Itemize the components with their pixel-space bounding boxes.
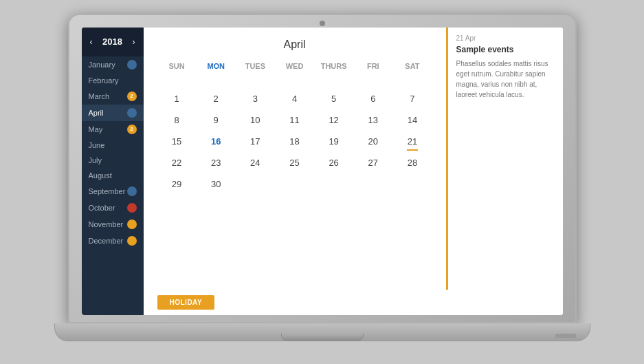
- event-panel: 21 Apr Sample events Phasellus sodales m…: [446, 28, 563, 290]
- day-headers: SUNMONTUESWEDTHURSFRISAT: [157, 59, 432, 73]
- day-cell-13[interactable]: 13: [353, 109, 392, 131]
- sidebar-month-march[interactable]: March2: [82, 88, 144, 105]
- day-cell-18[interactable]: 18: [275, 131, 314, 152]
- sidebar-month-november[interactable]: November: [82, 216, 144, 233]
- day-cell-23[interactable]: 23: [197, 152, 236, 173]
- day-cell-empty: [157, 77, 197, 88]
- day-cell-26[interactable]: 26: [314, 152, 353, 173]
- event-title: Sample events: [456, 45, 555, 54]
- laptop-hinge: [281, 334, 364, 341]
- day-cell-30[interactable]: 30: [197, 173, 236, 195]
- day-header-fri: FRI: [353, 59, 392, 73]
- day-cell-22[interactable]: 22: [157, 152, 197, 173]
- calendar-container: April SUNMONTUESWEDTHURSFRISAT 123456789…: [144, 28, 563, 290]
- month-name-label: October: [89, 204, 115, 212]
- sidebar-month-july[interactable]: July: [82, 153, 144, 168]
- day-cell-empty: [236, 77, 275, 88]
- day-cell-7[interactable]: 7: [392, 88, 432, 109]
- day-cell-empty: [353, 77, 392, 88]
- laptop-base: [54, 323, 590, 341]
- day-cell-6[interactable]: 6: [353, 88, 392, 109]
- day-cell-24[interactable]: 24: [236, 152, 275, 173]
- day-cell-12[interactable]: 12: [314, 109, 353, 131]
- month-name-label: September: [89, 187, 126, 195]
- month-name-label: July: [89, 156, 102, 164]
- month-name-label: June: [89, 141, 105, 149]
- month-name-label: November: [89, 220, 124, 228]
- day-header-thurs: THURS: [314, 59, 353, 73]
- day-cell-11[interactable]: 11: [275, 109, 314, 131]
- day-header-sat: SAT: [392, 59, 432, 73]
- month-name-label: March: [89, 92, 110, 100]
- day-cell-10[interactable]: 10: [236, 109, 275, 131]
- sidebar-month-october[interactable]: October: [82, 200, 144, 216]
- year-nav: ‹ 2018 ›: [82, 28, 144, 56]
- year-label: 2018: [102, 36, 122, 47]
- day-header-sun: SUN: [157, 59, 197, 73]
- holiday-button[interactable]: HOLIDAY: [157, 295, 215, 310]
- laptop-notch: [555, 334, 576, 338]
- sidebar-month-september[interactable]: September: [82, 183, 144, 200]
- sidebar-month-may[interactable]: May2: [82, 121, 144, 138]
- day-cell-20[interactable]: 20: [353, 131, 392, 152]
- month-name-label: May: [89, 125, 103, 133]
- day-cell-5[interactable]: 5: [314, 88, 353, 109]
- day-cell-1[interactable]: 1: [157, 88, 197, 109]
- next-year-button[interactable]: ›: [129, 36, 137, 48]
- screen-bezel: ‹ 2018 › JanuaryFebruaryMarch2AprilMay2J…: [68, 14, 577, 323]
- month-name-label: April: [89, 109, 104, 117]
- day-cell-28[interactable]: 28: [392, 152, 432, 173]
- month-dot-indicator: 2: [127, 125, 137, 134]
- month-name-label: December: [89, 237, 124, 245]
- day-cell-empty: [392, 77, 432, 88]
- day-cell-17[interactable]: 17: [236, 131, 275, 152]
- event-date: 21 Apr: [456, 34, 555, 42]
- day-cell-empty: [275, 77, 314, 88]
- day-cell-4[interactable]: 4: [275, 88, 314, 109]
- sidebar-month-january[interactable]: January: [82, 56, 144, 73]
- sidebar-month-december[interactable]: December: [82, 233, 144, 249]
- sidebar-month-april[interactable]: April: [82, 105, 144, 121]
- month-dot-indicator: 2: [127, 92, 137, 101]
- month-dot-indicator: [127, 60, 137, 69]
- camera-dot: [320, 21, 325, 26]
- day-header-tues: TUES: [236, 59, 275, 73]
- event-description: Phasellus sodales mattis risus eget rutr…: [456, 58, 555, 100]
- sidebar-month-february[interactable]: February: [82, 73, 144, 88]
- month-dot-indicator: [127, 220, 137, 229]
- day-cell-3[interactable]: 3: [236, 88, 275, 109]
- day-cell-14[interactable]: 14: [392, 109, 432, 131]
- month-name-label: February: [89, 76, 119, 85]
- laptop-shell: ‹ 2018 › JanuaryFebruaryMarch2AprilMay2J…: [54, 14, 590, 351]
- sidebar-month-june[interactable]: June: [82, 138, 144, 153]
- day-cell-21[interactable]: 21: [392, 131, 432, 152]
- day-cell-empty: [197, 77, 236, 88]
- sidebar: ‹ 2018 › JanuaryFebruaryMarch2AprilMay2J…: [82, 28, 144, 315]
- day-cell-29[interactable]: 29: [157, 173, 197, 195]
- day-cell-2[interactable]: 2: [197, 88, 236, 109]
- calendar-footer: HOLIDAY: [144, 290, 563, 315]
- main-content: April SUNMONTUESWEDTHURSFRISAT 123456789…: [144, 28, 563, 315]
- month-dot-indicator: [127, 108, 137, 118]
- sidebar-month-august[interactable]: August: [82, 168, 144, 183]
- calendar-grid-area: April SUNMONTUESWEDTHURSFRISAT 123456789…: [144, 28, 446, 290]
- day-cell-27[interactable]: 27: [353, 152, 392, 173]
- prev-year-button[interactable]: ‹: [87, 36, 96, 48]
- day-cell-25[interactable]: 25: [275, 152, 314, 173]
- day-cell-16[interactable]: 16: [197, 131, 236, 152]
- day-cell-19[interactable]: 19: [314, 131, 353, 152]
- calendar-days: 1234567891011121314151617181920212223242…: [157, 77, 432, 195]
- day-header-wed: WED: [275, 59, 314, 73]
- month-name-label: January: [89, 61, 115, 69]
- month-list: JanuaryFebruaryMarch2AprilMay2JuneJulyAu…: [82, 56, 144, 315]
- laptop-screen: ‹ 2018 › JanuaryFebruaryMarch2AprilMay2J…: [82, 28, 563, 315]
- day-cell-15[interactable]: 15: [157, 131, 197, 152]
- calendar-app: ‹ 2018 › JanuaryFebruaryMarch2AprilMay2J…: [82, 28, 563, 315]
- month-name-label: August: [89, 171, 112, 180]
- day-cell-9[interactable]: 9: [197, 109, 236, 131]
- day-cell-8[interactable]: 8: [157, 109, 197, 131]
- month-dot-indicator: [127, 236, 137, 246]
- month-title: April: [157, 39, 432, 51]
- day-cell-empty: [314, 77, 353, 88]
- month-dot-indicator: [127, 203, 137, 213]
